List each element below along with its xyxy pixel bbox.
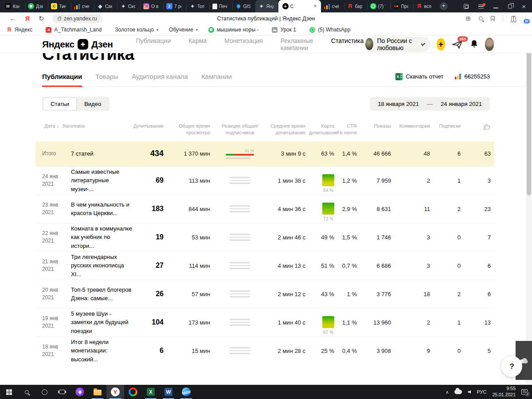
browser-tab[interactable]: GISM [232,0,255,12]
column-header[interactable]: CTR в ленте [338,123,360,136]
help-button[interactable]: ? [501,356,522,377]
stat-tab[interactable]: Товары [95,73,118,80]
stat-tab[interactable]: Кампании [201,73,232,80]
nav-item[interactable]: Карма [188,37,207,51]
toggle-option[interactable]: Статьи [43,98,77,110]
browser-tab[interactable]: ◆ Свет [94,0,117,12]
date-range-picker[interactable]: 18 января 2021 — 24 января 2021 [370,97,490,111]
table-row[interactable]: 23 янв 2021 В чем уникальность и красота… [35,195,494,223]
download-report-button[interactable]: X Скачать отчет [395,73,443,80]
row-title[interactable]: Комната в коммуналке как учебник по исто… [62,224,133,250]
row-title[interactable]: Три легендарных русских иконописца XI... [62,253,133,279]
browser-tab[interactable]: + С × [278,0,321,12]
browser-tab[interactable]: ✦ Скол [117,0,140,12]
language-indicator[interactable]: РУС [477,389,486,395]
tab-panel-icon[interactable] [464,4,469,9]
browser-tab[interactable]: Я бар [344,0,367,12]
row-title[interactable]: Самые известные литературные музеи-... [62,168,133,194]
channel-switcher[interactable]: По России с любовью [364,37,430,52]
minimize-button[interactable] [493,8,498,8]
column-header[interactable]: Общее время просмотра [167,123,214,136]
column-header[interactable]: Среднее время дочитывания [266,123,309,136]
search-icon[interactable] [18,385,35,399]
action-center-icon[interactable]: 2 [521,389,528,395]
hidden-icons-caret[interactable]: ∧ [446,390,449,395]
browser-menu-icon[interactable] [478,4,484,8]
row-title[interactable]: 5 музеев Шуи - заметки для будущей поезд… [62,309,133,336]
notifications-bell-icon[interactable] [470,39,478,49]
browser-tab[interactable]: Кант [2,0,25,12]
table-row[interactable]: 20 янв 2021 Топ-5 тревел блогеров Дзена:… [35,280,494,308]
onedrive-cloud-icon[interactable] [454,390,462,394]
nav-item[interactable]: Рекламные кампании [281,37,313,51]
table-row[interactable]: 18 янв 2021 Итог 8 недели монетизации: в… [35,336,494,365]
nav-item[interactable]: Статистика [331,37,364,51]
zoom-icon[interactable] [479,16,483,20]
user-avatar[interactable] [485,38,494,51]
bookmark-icon[interactable] [491,16,495,21]
column-header[interactable]: Подписки [434,123,464,129]
column-header[interactable]: Карта дочитываний [309,123,338,136]
table-row[interactable]: 22 янв 2021 Комната в коммуналке как уче… [35,223,494,251]
file-explorer-icon[interactable] [89,385,106,399]
bookmark-item[interactable]: мышиные норы - [208,27,261,33]
start-icon[interactable] [0,385,18,399]
stat-tab[interactable]: Аудитория канала [132,73,188,80]
ring-app-icon[interactable] [124,385,142,399]
browser-tab[interactable]: Печ [209,0,232,12]
disk-app-icon[interactable] [71,385,89,399]
bookmark-item[interactable]: Урок 1 [272,27,299,33]
clock[interactable]: 9:55 25.01.2021 [492,386,516,398]
address-bar[interactable]: zen.yandex.ru [52,14,102,23]
browser-tab[interactable]: О ва [140,0,163,12]
bookmark-item[interactable]: Обучение ▾ [169,27,198,33]
nav-item[interactable]: Публикации [136,37,171,51]
browser-tab[interactable]: 2 7 ре [163,0,186,12]
column-header[interactable]: Реакция общая/ подписчиков [214,123,266,136]
close-button[interactable]: × [522,3,526,10]
table-row[interactable]: 19 янв 2021 5 музеев Шуи - заметки для б… [35,308,494,336]
browser-tab[interactable]: Дзен [25,0,48,12]
downloads-icon[interactable]: ↓32 [524,15,527,22]
column-header[interactable] [464,123,494,133]
cortana-icon[interactable] [35,385,53,399]
edge-icon[interactable] [177,385,195,399]
browser-tab[interactable]: ✦ Топ [186,0,209,12]
tab-close-icon[interactable]: × [314,3,317,9]
collections-icon[interactable] [511,16,516,21]
bookmark-item[interactable]: (5) WhatsApp [309,27,353,33]
column-header[interactable]: Заголовок [62,123,133,129]
row-title[interactable]: Итог 8 недели монетизации: высокий... [62,338,133,364]
browser-tab[interactable]: С Тинь [48,0,71,12]
volume-icon[interactable] [468,390,471,394]
browser-tab[interactable]: Про [390,0,413,12]
browser-tab[interactable]: (7) V [367,0,390,12]
browser-tab[interactable]: ✦ Янд [255,0,278,12]
row-title[interactable]: В чем уникальность и красота Церкви... [62,200,133,218]
bookmark-item[interactable]: Я Яндекс [6,27,35,33]
back-button[interactable]: ← [10,15,16,22]
refresh-button[interactable]: ↻ [39,15,44,23]
metrika-counter[interactable]: 66255253 [455,73,490,80]
browser-tab[interactable]: счет [321,0,344,12]
share-icon[interactable]: ⊞ [466,15,471,22]
column-header[interactable]: Показы [360,123,395,129]
messages-button[interactable]: 163 [452,39,463,49]
yandex-home-button[interactable]: Я [25,15,30,22]
row-title[interactable]: Топ-5 тревел блогеров Дзена: самые... [62,286,133,303]
bookmark-item[interactable]: A A_Titchmarsh_Land [46,27,104,33]
new-tab-button[interactable]: + [440,2,448,10]
restore-button[interactable] [508,4,512,8]
column-header[interactable]: Комментарии [395,123,434,129]
yandex-browser-icon[interactable]: Y [106,385,124,399]
nav-item[interactable]: Монетизация [224,37,263,51]
table-row[interactable]: 21 янв 2021 Три легендарных русских икон… [35,251,494,280]
toggle-option[interactable]: Видео [77,98,109,110]
word-icon[interactable]: W [160,385,177,399]
stat-tab[interactable]: Публикации [42,73,82,80]
column-header[interactable]: Дата ↓ [35,123,62,129]
create-post-button[interactable]: + [437,38,445,51]
column-header[interactable]: Дочитывания [133,123,167,129]
scrollbar-thumb[interactable] [527,43,531,196]
browser-tab[interactable]: счет [71,0,94,12]
